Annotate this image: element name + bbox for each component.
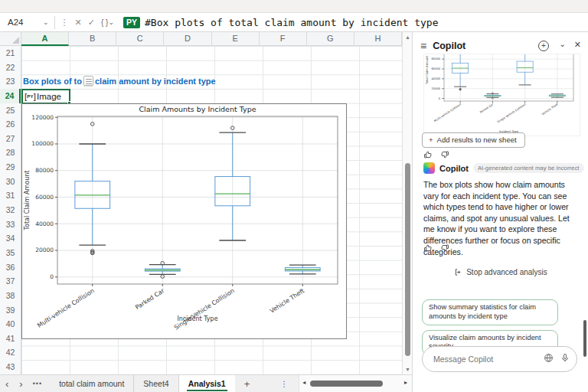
row-header-25[interactable]: 25	[0, 103, 21, 118]
row-header-40[interactable]: 40	[0, 317, 21, 332]
row-header-41[interactable]: 41	[0, 332, 21, 346]
formula-input[interactable]: #Box plots of total claim amount by inci…	[145, 17, 439, 28]
py-bracket-close: ]	[34, 92, 36, 101]
name-box-chevron-icon[interactable]: ⌄	[43, 18, 49, 26]
suggestion-pill-1[interactable]: Show summary statistics for claim amount…	[422, 299, 558, 325]
column-header-e[interactable]: E	[212, 32, 260, 46]
thumbs-down-icon[interactable]	[440, 243, 449, 253]
feedback-row	[423, 150, 449, 159]
svg-text:40000: 40000	[35, 220, 54, 227]
sheet-tab-sheet4[interactable]: Sheet4	[134, 375, 178, 392]
thumbs-down-icon[interactable]	[440, 150, 449, 159]
selected-cell-a24[interactable]: [ PY ] Image	[21, 89, 70, 104]
row-header-42[interactable]: 42	[0, 345, 21, 360]
enter-icon[interactable]: ✓	[88, 18, 95, 28]
stop-label: Stop advanced analysis	[466, 268, 547, 276]
collapse-pane-icon[interactable]: ⌄	[560, 40, 566, 48]
thumbs-up-icon[interactable]	[423, 243, 433, 253]
sheet-list-icon[interactable]: •••	[28, 380, 47, 387]
row-header-36[interactable]: 36	[0, 260, 21, 275]
cancel-icon[interactable]: ✕	[75, 18, 82, 28]
ai-disclaimer-badge: AI-generated content may be incorrect	[473, 163, 584, 173]
row-header-23[interactable]: 23	[0, 74, 21, 89]
chat-placeholder: Message Copilot	[433, 354, 544, 364]
agents-icon[interactable]	[544, 352, 554, 366]
svg-text:Total Claim Amount: Total Claim Amount	[425, 56, 429, 85]
row-header-43[interactable]: 43	[0, 360, 21, 374]
column-header-b[interactable]: B	[69, 32, 116, 46]
hscroll-left-icon[interactable]: ◂	[302, 379, 305, 386]
horizontal-scrollbar-thumb[interactable]	[310, 381, 383, 387]
new-chat-icon[interactable]: +	[538, 41, 549, 51]
insert-function-icon[interactable]: { }	[101, 18, 108, 27]
row-header-38[interactable]: 38	[0, 289, 21, 303]
copilot-brand-name: Copilot	[439, 164, 469, 173]
row-header-31[interactable]: 31	[0, 188, 21, 203]
cell-a23-text[interactable]: Box plots of to claim amount by incident…	[23, 76, 216, 86]
horizontal-scrollbar[interactable]: ◂ ▸	[299, 375, 412, 392]
name-box[interactable]: A24	[0, 18, 43, 27]
cell-a24-label: Image	[37, 92, 61, 101]
thumbs-up-icon[interactable]	[423, 150, 433, 159]
tab-options-icon[interactable]: ⋮	[259, 380, 299, 388]
add-sheet-button[interactable]: +	[235, 378, 260, 390]
svg-text:20000: 20000	[35, 247, 54, 253]
sheet-tab-analysis1[interactable]: Analysis1	[179, 375, 235, 392]
row-header-32[interactable]: 32	[0, 203, 21, 217]
sheet-nav-left-icon[interactable]: ‹	[0, 378, 14, 390]
copilot-pane-header: ≡ Copilot + ⌄ ✕	[413, 37, 588, 55]
splitter-dots-icon: ⋮	[60, 18, 69, 28]
cell-a23-right: claim amount by incident type	[95, 77, 216, 86]
row-header-24[interactable]: 24	[0, 89, 21, 103]
column-header-d[interactable]: D	[164, 32, 211, 46]
row-header-21[interactable]: 21	[0, 46, 21, 60]
column-headers: ABCDEFGH	[21, 32, 402, 46]
boxplot-svg: 020000400006000080000100000120000Multi-v…	[22, 104, 346, 338]
insert-function-chevron-icon[interactable]: ⌄	[108, 18, 114, 26]
column-header-a[interactable]: A	[21, 32, 69, 46]
row-header-37[interactable]: 37	[0, 274, 21, 289]
add-results-label: Add results to new sheet	[437, 136, 517, 144]
row-header-28[interactable]: 28	[0, 145, 21, 160]
formula-bar: A24 ⌄ ⋮ ✕ ✓ { } ⌄ PY #Box plots of total…	[0, 13, 588, 32]
copilot-result-chart[interactable]: 020000400006000080000100000120000Multi-v…	[423, 54, 580, 136]
svg-text:100000: 100000	[31, 140, 54, 147]
svg-text:Total Claim Amount: Total Claim Amount	[24, 171, 31, 231]
microphone-icon[interactable]	[560, 352, 570, 366]
feedback-row	[423, 243, 449, 253]
column-header-h[interactable]: H	[354, 32, 402, 46]
copilot-pane: ≡ Copilot + ⌄ ✕ 020000400006000080000100…	[412, 32, 588, 392]
row-header-29[interactable]: 29	[0, 160, 21, 175]
row-header-22[interactable]: 22	[0, 60, 21, 75]
column-header-f[interactable]: F	[260, 32, 307, 46]
select-all-triangle-icon	[12, 37, 19, 44]
svg-text:20000: 20000	[432, 87, 441, 90]
row-header-35[interactable]: 35	[0, 246, 21, 260]
cell-a23-left: Box plots of to	[23, 77, 82, 86]
select-all-corner[interactable]	[0, 32, 21, 46]
data-card-icon[interactable]	[83, 76, 93, 86]
column-header-c[interactable]: C	[116, 32, 164, 46]
close-pane-icon[interactable]: ✕	[574, 40, 581, 50]
row-header-27[interactable]: 27	[0, 132, 21, 146]
sheet-nav-right-icon[interactable]: ›	[14, 378, 28, 390]
vertical-scrollbar[interactable]: ▲ ▼	[402, 32, 412, 374]
sheet-tab-total-claim-amount[interactable]: total claim amount	[50, 375, 134, 392]
python-badge: PY	[123, 17, 140, 28]
add-results-button[interactable]: + Add results to new sheet	[422, 132, 525, 148]
svg-text:60000: 60000	[35, 194, 54, 201]
row-header-34[interactable]: 34	[0, 231, 21, 246]
divider	[54, 16, 55, 29]
vertical-scrollbar-thumb[interactable]	[405, 163, 410, 356]
row-header-26[interactable]: 26	[0, 117, 21, 132]
column-header-g[interactable]: G	[307, 32, 354, 46]
copilot-chat-input[interactable]: Message Copilot	[422, 346, 577, 372]
row-header-30[interactable]: 30	[0, 175, 21, 189]
row-header-39[interactable]: 39	[0, 303, 21, 318]
stop-advanced-analysis-button[interactable]: Stop advanced analysis	[413, 268, 588, 276]
hscroll-right-icon[interactable]: ▸	[404, 379, 407, 386]
menu-icon[interactable]: ≡	[420, 40, 426, 52]
pane-scrollbar-thumb[interactable]	[583, 320, 586, 357]
python-boxplot-image[interactable]: 020000400006000080000100000120000Multi-v…	[21, 103, 347, 339]
row-header-33[interactable]: 33	[0, 217, 21, 232]
